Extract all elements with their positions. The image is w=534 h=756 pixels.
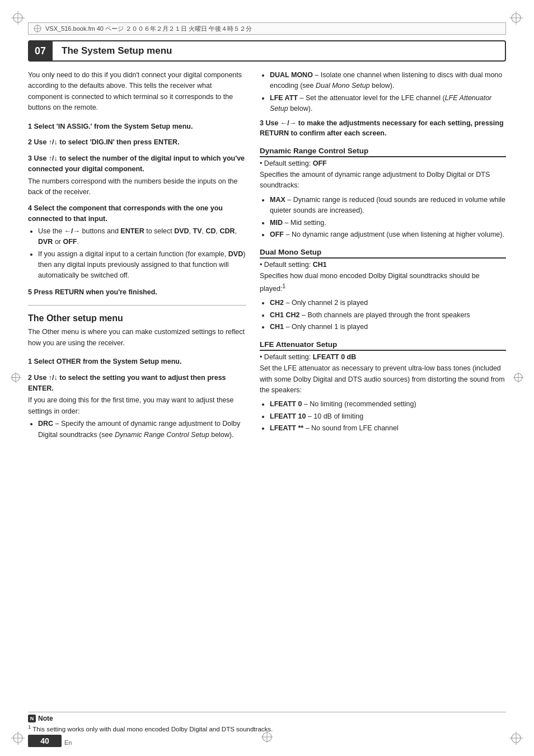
- page-lang: En: [64, 739, 72, 746]
- dual-heading: Dual Mono Setup: [260, 248, 506, 259]
- right-column: DUAL MONO – Isolate one channel when lis…: [260, 70, 506, 722]
- drc-bullet-mid: MID – Mid setting.: [270, 218, 506, 228]
- drc-bullet: DRC – Specify the amount of dynamic rang…: [38, 419, 246, 440]
- lfe-default: • Default setting: LFEATT 0 dB: [260, 353, 506, 361]
- note-icon: N: [28, 715, 36, 722]
- step-4-bullet-2: If you assign a digital input to a certa…: [38, 249, 246, 281]
- corner-reg-br: [508, 730, 524, 746]
- other-step-2-block: 2 Use ↑/↓ to select the setting you want…: [28, 373, 246, 440]
- dual-section: Dual Mono Setup • Default setting: CH1 S…: [260, 248, 506, 332]
- lfe-bullet-0: LFEATT 0 – No limiting (recommended sett…: [270, 399, 506, 410]
- other-settings-list: DRC – Specify the amount of dynamic rang…: [38, 419, 246, 440]
- chapter-header: 07 The System Setup menu: [28, 40, 506, 62]
- step-5-block: 5 Press RETURN when you're finished.: [28, 287, 246, 298]
- drc-bullet-off: OFF – No dynamic range adjustment (use w…: [270, 229, 506, 240]
- drc-bullet-max: MAX – Dynamic range is reduced (loud sou…: [270, 195, 506, 217]
- drc-intro: Specifies the amount of dynamic range ad…: [260, 170, 506, 191]
- other-intro: The Other menu is where you can make cus…: [28, 327, 246, 349]
- step-3-block: 3 Use ↑/↓ to select the number of the di…: [28, 153, 246, 198]
- center-reg-bottom: [261, 731, 273, 745]
- other-setup-title: The Other setup menu: [28, 313, 246, 323]
- dual-bullet-ch1: CH1 – Only channel 1 is played: [270, 322, 506, 332]
- step-1-text: 1 Select 'IN ASSIG.' from the System Set…: [28, 121, 246, 132]
- note-box: N Note 1 This setting works only with du…: [28, 712, 506, 732]
- file-info-text: VSX_516.book.fm 40 ページ ２００６年２月２１日 火曜日 午後…: [45, 25, 252, 33]
- dual-bullet-ch2: CH2 – Only channel 2 is played: [270, 298, 506, 308]
- drc-bullets: MAX – Dynamic range is reduced (loud sou…: [270, 195, 506, 241]
- lfe-bullet-star: LFEATT ** – No sound from LFE channel: [270, 423, 506, 434]
- lfe-intro: Set the LFE attenuator as necessary to p…: [260, 363, 506, 396]
- step-4-block: 4 Select the component that corresponds …: [28, 203, 246, 281]
- lfe-bullet-10: LFEATT 10 – 10 dB of limiting: [270, 411, 506, 422]
- note-title: N Note: [28, 715, 506, 722]
- step-4-bullets: Use the ←/→ buttons and ENTER to select …: [38, 226, 246, 281]
- lfe-bullets: LFEATT 0 – No limiting (recommended sett…: [270, 399, 506, 434]
- lfe-section: LFE Attenuator Setup • Default setting: …: [260, 340, 506, 434]
- corner-reg-tl: [10, 10, 26, 26]
- step-3-text: The numbers correspond with the numbers …: [28, 176, 246, 198]
- other-step-1-block: 1 Select OTHER from the System Setup men…: [28, 356, 246, 367]
- page-number: 40: [28, 735, 62, 747]
- dual-bullet: DUAL MONO – Isolate one channel when lis…: [270, 70, 506, 92]
- other-step-1-text: 1 Select OTHER from the System Setup men…: [28, 356, 246, 367]
- step-3-right-block: 3 Use ←/→ to make the adjustments necess…: [260, 118, 506, 139]
- step-5-text: 5 Press RETURN when you're finished.: [28, 287, 246, 298]
- left-column: You only need to do this if you didn't c…: [28, 70, 246, 722]
- step-1-block: 1 Select 'IN ASSIG.' from the System Set…: [28, 121, 246, 132]
- dual-superscript: 1: [282, 283, 285, 289]
- drc-heading: Dynamic Range Control Setup: [260, 147, 506, 157]
- dual-bullets: CH2 – Only channel 2 is played CH1 CH2 –…: [270, 298, 506, 332]
- other-step-2-text: If you are doing this for the first time…: [28, 395, 246, 417]
- step-3-bold: 3 Use ↑/↓ to select the number of the di…: [28, 153, 246, 175]
- step-2-text: 2 Use ↑/↓ to select 'DIG.IN' then press …: [28, 137, 246, 148]
- dual-default: • Default setting: CH1: [260, 261, 506, 269]
- section-divider: [28, 305, 246, 306]
- other-step-2-bold: 2 Use ↑/↓ to select the setting you want…: [28, 373, 246, 394]
- step-2-block: 2 Use ↑/↓ to select 'DIG.IN' then press …: [28, 137, 246, 148]
- step-4-bullet-1: Use the ←/→ buttons and ENTER to select …: [38, 226, 246, 248]
- side-reg-right: [513, 372, 524, 384]
- file-icon: [33, 24, 42, 33]
- dual-bullet-ch1ch2: CH1 CH2 – Both channels are played throu…: [270, 310, 506, 321]
- step-3-right-text: 3 Use ←/→ to make the adjustments necess…: [260, 118, 506, 139]
- drc-default: • Default setting: OFF: [260, 159, 506, 167]
- drc-section: Dynamic Range Control Setup • Default se…: [260, 147, 506, 240]
- file-info-bar: VSX_516.book.fm 40 ページ ２００６年２月２１日 火曜日 午後…: [28, 22, 506, 35]
- lfe-bullet: LFE ATT – Set the attenuator level for t…: [270, 93, 506, 115]
- chapter-number: 07: [28, 40, 53, 62]
- main-content: You only need to do this if you didn't c…: [28, 70, 506, 722]
- corner-reg-bl: [10, 730, 26, 746]
- corner-reg-tr: [508, 10, 524, 26]
- right-top-bullets: DUAL MONO – Isolate one channel when lis…: [270, 70, 506, 115]
- lfe-heading: LFE Attenuator Setup: [260, 340, 506, 351]
- chapter-title: The System Setup menu: [53, 40, 506, 62]
- side-reg-left: [10, 372, 21, 384]
- dual-intro: Specifies how dual mono encoded Dolby Di…: [260, 271, 506, 294]
- intro-text: You only need to do this if you didn't c…: [28, 70, 246, 114]
- footnote-number: 1: [28, 724, 31, 730]
- step-4-bold: 4 Select the component that corresponds …: [28, 203, 246, 224]
- note-label: Note: [38, 715, 53, 722]
